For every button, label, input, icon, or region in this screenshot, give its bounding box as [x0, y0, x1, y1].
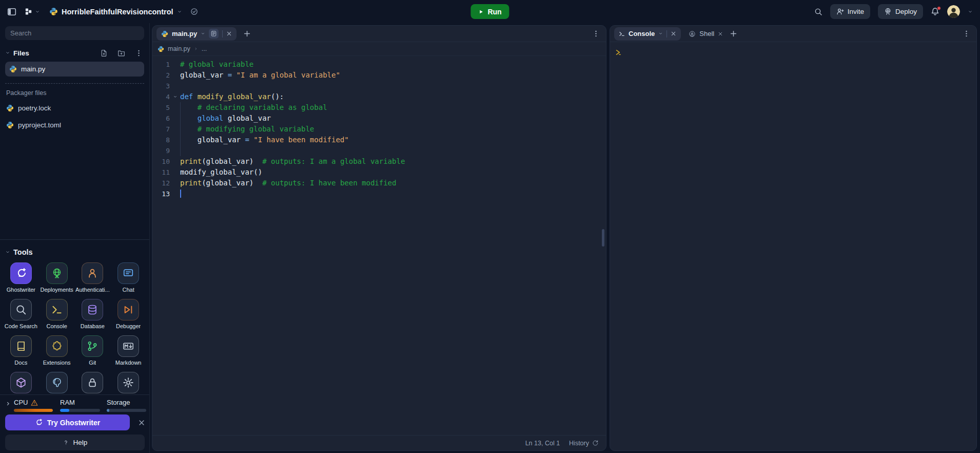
help-button[interactable]: Help: [5, 435, 145, 450]
account-chevron-icon[interactable]: [968, 9, 973, 14]
line-number: 12: [152, 178, 170, 188]
python-icon: [6, 121, 14, 129]
code-line-1[interactable]: 1# global variable: [152, 59, 606, 70]
indent-guide: [180, 124, 181, 135]
close-tab-icon[interactable]: [718, 31, 723, 36]
notifications-button[interactable]: [931, 7, 939, 16]
tool-code-search-tile: [10, 299, 32, 320]
code-line-10[interactable]: 10print(global_var) # outputs: I am a gl…: [152, 156, 606, 167]
tab-chevron-icon[interactable]: [658, 31, 663, 36]
tool-authenticati-tile: [82, 262, 103, 284]
tool-extensions[interactable]: Extensions: [39, 335, 75, 372]
file-item-poetry-lock[interactable]: poetry.lock: [0, 102, 149, 114]
tab-shell[interactable]: Shell: [689, 30, 723, 37]
console-output[interactable]: [610, 42, 976, 58]
tool-git[interactable]: Git: [75, 335, 111, 372]
search-icon[interactable]: [814, 8, 822, 16]
tab-console[interactable]: Console: [614, 27, 681, 41]
workspace-menu[interactable]: [25, 8, 40, 15]
deploy-button[interactable]: Deploy: [878, 4, 923, 19]
code-line-12[interactable]: 12print(global_var) # outputs: I have be…: [152, 178, 606, 188]
tab-chevron-icon[interactable]: [201, 31, 205, 36]
code-line-11[interactable]: 11modify_global_var(): [152, 167, 606, 178]
editor-scrollbar[interactable]: [602, 229, 604, 247]
tool-markdown[interactable]: Markdown: [110, 335, 146, 372]
new-tab-icon[interactable]: [730, 30, 737, 37]
code-line-2[interactable]: 2global_var = "I am a global variable": [152, 70, 606, 81]
project-title: HorribleFaithfulRevisioncontrol: [62, 8, 173, 16]
tab-main-py[interactable]: main.py: [156, 27, 237, 41]
code-text: global_var = "I have been modified": [180, 135, 606, 145]
files-title: Files: [13, 49, 29, 57]
code-line-13[interactable]: 13: [152, 188, 606, 199]
new-file-icon[interactable]: [100, 49, 108, 57]
code-line-4[interactable]: 4def modify_global_var():: [152, 91, 606, 102]
resources-expand-icon[interactable]: [5, 401, 11, 407]
ghostwriter-cta-row: Try Ghostwriter: [5, 414, 145, 430]
file-options-button[interactable]: [209, 29, 219, 39]
search-input[interactable]: [10, 29, 139, 37]
file-item-pyproject-toml[interactable]: pyproject.toml: [0, 119, 149, 130]
tool-authenticati[interactable]: Authenticati...: [75, 262, 111, 299]
gutter-spacer: [170, 145, 180, 156]
file-item-main-py[interactable]: main.py: [5, 62, 144, 77]
tool-console[interactable]: Console: [39, 299, 75, 335]
help-label: Help: [73, 439, 88, 446]
gutter-spacer: [170, 178, 180, 188]
dismiss-cta-icon[interactable]: [138, 419, 145, 426]
invite-button[interactable]: Invite: [830, 4, 870, 19]
tool-database[interactable]: Database: [75, 299, 111, 335]
try-ghostwriter-button[interactable]: Try Ghostwriter: [5, 414, 130, 430]
history-button[interactable]: History: [569, 440, 599, 447]
tool-debugger-label: Debugger: [116, 323, 141, 329]
tool-deployments[interactable]: Deployments: [39, 262, 75, 299]
gutter-spacer: [170, 124, 180, 135]
code-text: print(global_var) # outputs: I am a glob…: [180, 156, 606, 167]
new-folder-icon[interactable]: [117, 49, 125, 57]
tool-lock-tile: [82, 372, 103, 393]
fold-chevron-icon[interactable]: [170, 91, 180, 102]
question-icon: [63, 439, 69, 446]
new-tab-icon[interactable]: [243, 30, 251, 37]
code-editor[interactable]: 1# global variable2global_var = "I am a …: [152, 57, 606, 435]
code-line-5[interactable]: 5 # declaring variable as global: [152, 102, 606, 113]
line-number: 7: [152, 124, 170, 135]
tools-collapse-icon[interactable]: [5, 250, 10, 255]
sidebar-toggle-icon[interactable]: [7, 7, 16, 16]
files-menu-icon[interactable]: [135, 49, 143, 57]
close-tab-icon[interactable]: [671, 31, 676, 36]
code-text: [180, 81, 606, 91]
project-title-menu[interactable]: HorribleFaithfulRevisioncontrol: [49, 7, 182, 16]
code-line-7[interactable]: 7 # modifying global variable: [152, 124, 606, 135]
saved-status-icon: [190, 8, 198, 15]
indent-guide: [180, 135, 181, 145]
tool-ghostwriter[interactable]: Ghostwriter: [3, 262, 39, 299]
tool-debugger[interactable]: Debugger: [110, 299, 146, 335]
files-collapse-icon[interactable]: [5, 50, 10, 55]
console-tabbar: Console Shell: [610, 26, 976, 42]
code-line-6[interactable]: 6 global global_var: [152, 113, 606, 124]
console-pane: Console Shell: [610, 25, 977, 451]
avatar[interactable]: [947, 5, 960, 18]
breadcrumb[interactable]: main.py ...: [152, 42, 606, 56]
tool-chat[interactable]: Chat: [110, 262, 146, 299]
line-number: 4: [152, 91, 170, 102]
code-line-9[interactable]: 9: [152, 145, 606, 156]
console-menu-icon[interactable]: [963, 30, 970, 37]
globe-deploy-icon: [51, 268, 63, 279]
text-cursor: [180, 190, 181, 198]
indent-guide: [180, 113, 181, 124]
editor-tabbar: main.py: [152, 26, 606, 42]
ram-meter: RAM: [60, 398, 100, 415]
code-line-3[interactable]: 3: [152, 81, 606, 91]
code-line-8[interactable]: 8 global_var = "I have been modified": [152, 135, 606, 145]
editor-menu-icon[interactable]: [592, 30, 600, 37]
tools-title: Tools: [13, 248, 33, 256]
line-number: 8: [152, 135, 170, 145]
tool-docs[interactable]: Docs: [3, 335, 39, 372]
tool-code-search[interactable]: Code Search: [3, 299, 39, 335]
topbar-center: Run: [471, 4, 509, 19]
breadcrumb-more[interactable]: ...: [202, 45, 207, 52]
run-button[interactable]: Run: [471, 4, 509, 19]
close-tab-icon[interactable]: [226, 31, 232, 36]
